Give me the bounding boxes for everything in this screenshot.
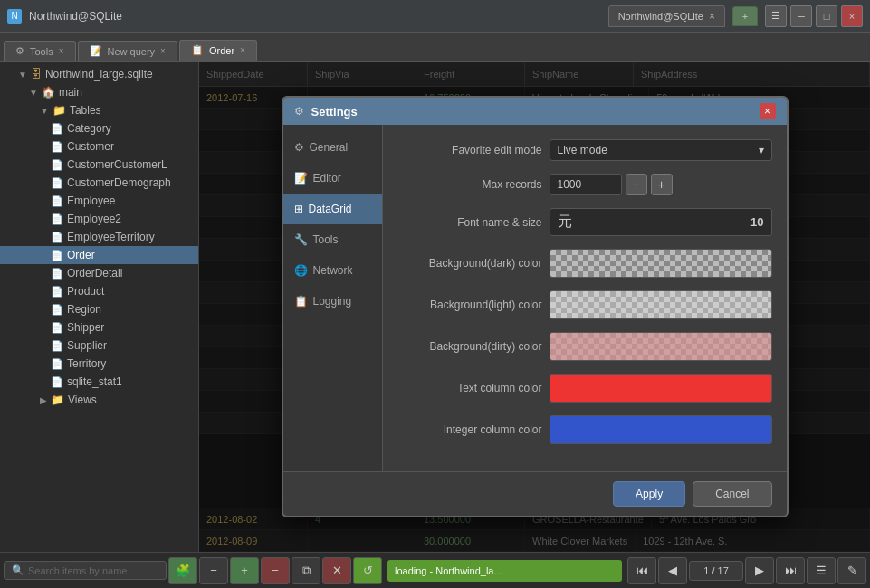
modal-nav-datagrid[interactable]: ⊞ DataGrid xyxy=(283,194,382,224)
status-text: loading - Northwind_la... xyxy=(395,565,502,576)
title-tab-close[interactable]: × xyxy=(709,10,715,23)
cancel-button[interactable]: Cancel xyxy=(693,481,771,507)
maximize-button[interactable]: □ xyxy=(816,5,837,27)
sidebar-item-supplier[interactable]: 📄 Supplier xyxy=(0,337,198,355)
plus-button[interactable]: + xyxy=(230,557,259,584)
next-page-button[interactable]: ▶ xyxy=(745,557,774,584)
table-icon: 📄 xyxy=(51,358,63,370)
editor-icon: 📝 xyxy=(294,172,308,185)
bg-dark-color-swatch[interactable] xyxy=(550,249,772,278)
max-records-input[interactable]: 1000 xyxy=(550,174,622,195)
max-records-decrement-button[interactable]: − xyxy=(626,174,647,195)
edit-button[interactable]: ✎ xyxy=(837,557,866,584)
tab-order-close[interactable]: × xyxy=(240,45,245,55)
table-icon: 📄 xyxy=(51,250,63,261)
sidebar-item-views[interactable]: ▶ 📁 Views xyxy=(0,391,198,409)
modal-nav-tools[interactable]: 🔧 Tools xyxy=(283,224,382,255)
modal-footer: Apply Cancel xyxy=(283,471,787,516)
sidebar-item-territory[interactable]: 📄 Territory xyxy=(0,355,198,373)
menu-button[interactable]: ☰ xyxy=(765,5,787,27)
font-display[interactable]: 元 10 xyxy=(550,208,772,236)
modal-close-button[interactable]: × xyxy=(760,103,776,119)
form-row-bg-dark: Background(dark) color xyxy=(397,249,772,278)
modal-nav-logging[interactable]: 📋 Logging xyxy=(283,286,382,317)
sidebar-item-tables[interactable]: ▼ 📁 Tables xyxy=(0,101,198,119)
table-icon: 📄 xyxy=(51,195,63,207)
modal-nav-logging-label: Logging xyxy=(313,295,352,308)
max-records-increment-button[interactable]: + xyxy=(651,174,673,195)
sidebar-employee2-label: Employee2 xyxy=(67,213,121,225)
sidebar-region-label: Region xyxy=(67,303,101,316)
puzzle-button[interactable]: 🧩 xyxy=(168,557,197,584)
sidebar-item-product[interactable]: 📄 Product xyxy=(0,282,198,300)
sidebar: ▼ 🗄 Northwind_large.sqlite ▼ 🏠 main ▼ 📁 … xyxy=(0,62,199,552)
modal-nav-network-label: Network xyxy=(313,264,353,277)
tab-tools-close[interactable]: × xyxy=(59,46,64,56)
first-page-button[interactable]: ⏮ xyxy=(627,557,656,584)
tab-new-query[interactable]: 📝 New query × xyxy=(78,41,177,61)
bg-dark-label: Background(dark) color xyxy=(397,257,542,270)
sidebar-item-employeeterritory[interactable]: 📄 EmployeeTerritory xyxy=(0,228,198,246)
modal-nav-editor-label: Editor xyxy=(313,172,341,185)
last-page-button[interactable]: ⏭ xyxy=(776,557,805,584)
sidebar-item-region[interactable]: 📄 Region xyxy=(0,300,198,318)
close-button[interactable]: × xyxy=(841,5,863,27)
sidebar-customercl-label: CustomerCustomerL xyxy=(67,158,167,171)
sidebar-item-orderdetail[interactable]: 📄 OrderDetail xyxy=(0,264,198,282)
tab-new-query-label: New query xyxy=(108,46,156,57)
refresh-button[interactable]: ↺ xyxy=(353,557,382,584)
sidebar-item-order[interactable]: 📄 Order xyxy=(0,246,198,264)
apply-button[interactable]: Apply xyxy=(613,481,685,507)
modal-nav-network[interactable]: 🌐 Network xyxy=(283,255,382,286)
modal-form-content: Favorite edit mode Live mode ▾ Max recor… xyxy=(383,125,787,471)
modal-overlay: ⚙ Settings × ⚙ General 📝 Editor xyxy=(199,62,870,552)
add-tab-button[interactable]: + xyxy=(732,6,758,26)
tab-tools[interactable]: ⚙ Tools × xyxy=(4,41,76,61)
max-records-value: 1000 xyxy=(558,178,582,191)
menu-button[interactable]: ☰ xyxy=(807,557,836,584)
sidebar-item-db[interactable]: ▼ 🗄 Northwind_large.sqlite xyxy=(0,65,198,83)
form-row-bg-dirty: Background(dirty) color xyxy=(397,332,772,361)
content-area: ShippedDate ShipVia Freight ShipName Shi… xyxy=(199,62,870,552)
edit-mode-select[interactable]: Live mode ▾ xyxy=(550,139,772,161)
arrow-icon: ▼ xyxy=(18,70,27,80)
title-tab[interactable]: Northwind@SQLite × xyxy=(608,5,725,27)
modal-nav-editor[interactable]: 📝 Editor xyxy=(283,163,382,194)
minus-button[interactable]: − xyxy=(199,557,228,584)
views-folder-icon: 📁 xyxy=(51,394,64,406)
delete-button[interactable]: − xyxy=(261,557,290,584)
tools-icon: 🔧 xyxy=(294,233,308,246)
sidebar-item-customerdemograph[interactable]: 📄 CustomerDemograph xyxy=(0,174,198,192)
sidebar-item-customercustomerl[interactable]: 📄 CustomerCustomerL xyxy=(0,156,198,174)
sidebar-main-label: main xyxy=(59,86,82,99)
minimize-button[interactable]: ─ xyxy=(790,5,812,27)
table-icon: 📄 xyxy=(51,376,63,388)
int-col-color-swatch[interactable] xyxy=(550,415,772,444)
bg-dirty-label: Background(dirty) color xyxy=(397,340,542,353)
close-button[interactable]: ✕ xyxy=(322,557,351,584)
text-col-color-swatch[interactable] xyxy=(550,374,772,403)
bg-light-color-swatch[interactable] xyxy=(550,290,772,319)
tab-new-query-close[interactable]: × xyxy=(160,46,166,56)
search-placeholder: Search items by name xyxy=(28,565,127,576)
tab-order[interactable]: 📋 Order × xyxy=(179,40,257,61)
sidebar-item-customer[interactable]: 📄 Customer xyxy=(0,138,198,156)
search-box[interactable]: 🔍 Search items by name xyxy=(4,561,167,580)
text-col-label: Text column color xyxy=(397,382,542,394)
sidebar-item-main[interactable]: ▼ 🏠 main xyxy=(0,83,198,101)
sidebar-item-sqlite-stat1[interactable]: 📄 sqlite_stat1 xyxy=(0,373,198,391)
sidebar-item-category[interactable]: 📄 Category xyxy=(0,119,198,138)
search-icon: 🔍 xyxy=(12,564,24,576)
sidebar-item-employee[interactable]: 📄 Employee xyxy=(0,192,198,210)
sidebar-item-shipper[interactable]: 📄 Shipper xyxy=(0,318,198,337)
prev-page-button[interactable]: ◀ xyxy=(658,557,687,584)
table-icon: 📄 xyxy=(51,286,63,298)
form-row-edit-mode: Favorite edit mode Live mode ▾ xyxy=(397,139,772,161)
window-controls: ☰ ─ □ × xyxy=(765,5,863,27)
bg-dirty-color-swatch[interactable] xyxy=(550,332,772,361)
tab-new-query-icon: 📝 xyxy=(90,45,102,57)
sidebar-category-label: Category xyxy=(67,122,111,135)
sidebar-item-employee2[interactable]: 📄 Employee2 xyxy=(0,210,198,228)
copy-button[interactable]: ⧉ xyxy=(292,557,320,584)
modal-nav-general[interactable]: ⚙ General xyxy=(283,132,382,163)
